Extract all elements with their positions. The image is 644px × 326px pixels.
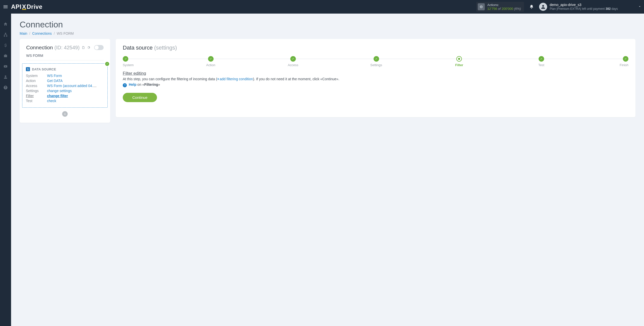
connection-card-title: Connection	[26, 45, 53, 51]
ds-system-link[interactable]: WS Form	[47, 74, 62, 78]
nav-video[interactable]	[0, 62, 11, 70]
hamburger-icon	[3, 4, 8, 10]
avatar-icon	[539, 3, 547, 11]
section-description: At this step, you can configure the filt…	[123, 77, 628, 81]
connection-name: WS FORM	[26, 51, 104, 60]
step-label: Filter	[455, 63, 463, 67]
actions-counter[interactable]: Actions: 12'756 of 200'000 (6%)	[476, 2, 524, 12]
user-icon	[3, 75, 8, 79]
nav-home[interactable]	[0, 20, 11, 28]
connection-id: (ID: 42549)	[54, 45, 79, 51]
step-finish[interactable]: Finish	[618, 56, 628, 67]
crumb-main[interactable]: Main	[20, 31, 27, 35]
actions-of: of	[498, 7, 501, 11]
ds-panel-subtitle: (settings)	[154, 45, 177, 51]
section-title: Filter editing	[123, 71, 628, 76]
continue-button[interactable]: Continue	[123, 93, 157, 102]
copy-button[interactable]	[81, 46, 85, 50]
nav-connections[interactable]	[0, 31, 11, 39]
dollar-icon	[3, 43, 8, 48]
svg-point-8	[5, 75, 6, 77]
svg-rect-6	[6, 36, 7, 36]
data-source-panel: Data source (settings) SystemActionAcces…	[116, 39, 635, 117]
help-icon: ?	[123, 83, 127, 87]
chevron-down-icon	[638, 5, 641, 9]
sitemap-icon	[3, 32, 8, 37]
left-rail	[0, 14, 11, 326]
nav-briefcase[interactable]	[0, 52, 11, 60]
ds-access-link[interactable]: WS Form (account added 04.0…	[47, 84, 97, 88]
main-content: Connection Main / Connections / WS FORM …	[11, 14, 644, 326]
ds-test-link[interactable]: check	[47, 99, 56, 103]
gear-icon	[87, 46, 91, 50]
logo[interactable]: APIXDrive	[11, 3, 43, 10]
settings-gear-button[interactable]	[87, 46, 91, 50]
step-done-icon	[539, 56, 544, 62]
step-done-icon	[208, 56, 214, 62]
svg-rect-4	[5, 33, 6, 34]
connection-card: Connection (ID: 42549) WS FORM 1 DATA SO…	[20, 39, 110, 123]
svg-point-10	[5, 88, 6, 89]
topbar: APIXDrive Actions: 12'756 of 200'000 (6%…	[0, 0, 644, 14]
step-label: Test	[538, 63, 544, 67]
crumb-current: WS FORM	[57, 31, 74, 35]
actions-label: Actions:	[487, 3, 521, 7]
page-title: Connection	[20, 20, 635, 29]
svg-point-3	[542, 5, 544, 7]
svg-rect-2	[481, 6, 481, 6]
add-destination-button[interactable]: +	[62, 111, 68, 117]
step-label: Action	[206, 63, 215, 67]
step-access[interactable]: Access	[288, 56, 298, 67]
actions-total: 200'000	[502, 7, 513, 11]
add-filter-condition-link[interactable]: +add filtering condition	[217, 77, 253, 81]
user-plan: Plan |Premium EXTRA| left until payment …	[550, 7, 618, 11]
step-done-icon	[374, 56, 379, 62]
wizard-stepper: SystemActionAccessSettingsFilterTestFini…	[123, 56, 628, 67]
info-icon	[478, 3, 485, 10]
briefcase-icon	[3, 54, 8, 58]
step-current-icon	[456, 56, 462, 62]
check-icon	[105, 61, 110, 66]
step-filter[interactable]: Filter	[454, 56, 464, 67]
ds-panel-title: Data source	[123, 45, 153, 51]
document-icon	[81, 46, 85, 50]
step-label: Finish	[620, 63, 628, 67]
step-label: System	[123, 63, 134, 67]
step-done-icon	[123, 56, 128, 62]
breadcrumb: Main / Connections / WS FORM	[20, 31, 635, 35]
ds-number-badge: 1	[26, 67, 30, 71]
nav-billing[interactable]	[0, 41, 11, 49]
youtube-icon	[3, 64, 8, 69]
step-test[interactable]: Test	[536, 56, 546, 67]
connection-toggle[interactable]	[94, 45, 104, 50]
step-action[interactable]: Action	[206, 56, 216, 67]
step-label: Settings	[370, 63, 382, 67]
data-source-box[interactable]: 1 DATA SOURCE SystemWS Form ActionGet DA…	[22, 63, 108, 108]
step-done-icon	[290, 56, 296, 62]
ds-settings-link[interactable]: change settings	[47, 89, 72, 93]
step-label: Access	[288, 63, 298, 67]
crumb-connections[interactable]: Connections	[32, 31, 52, 35]
notifications-button[interactable]	[527, 2, 537, 12]
step-done-icon	[623, 56, 628, 62]
home-icon	[3, 22, 8, 26]
svg-rect-1	[481, 7, 481, 8]
ds-action-link[interactable]: Get DATA	[47, 79, 63, 83]
question-icon	[3, 85, 8, 90]
help-link[interactable]: Help	[129, 83, 136, 87]
actions-pct: (6%)	[514, 7, 521, 11]
ds-filter-link[interactable]: change filter	[47, 94, 68, 98]
step-settings[interactable]: Settings	[370, 56, 382, 67]
svg-rect-5	[4, 36, 5, 36]
nav-help[interactable]	[0, 84, 11, 92]
user-menu[interactable]: demo_apix-drive_s3 Plan |Premium EXTRA| …	[539, 3, 641, 11]
user-name: demo_apix-drive_s3	[550, 3, 618, 7]
actions-used: 12'756	[487, 7, 497, 11]
nav-user[interactable]	[0, 73, 11, 81]
menu-toggle-button[interactable]	[0, 0, 11, 14]
bell-icon	[529, 5, 534, 9]
step-system[interactable]: System	[123, 56, 134, 67]
help-line: ? Help on «Filtering»	[123, 83, 628, 87]
ds-box-title: DATA SOURCE	[32, 67, 56, 71]
